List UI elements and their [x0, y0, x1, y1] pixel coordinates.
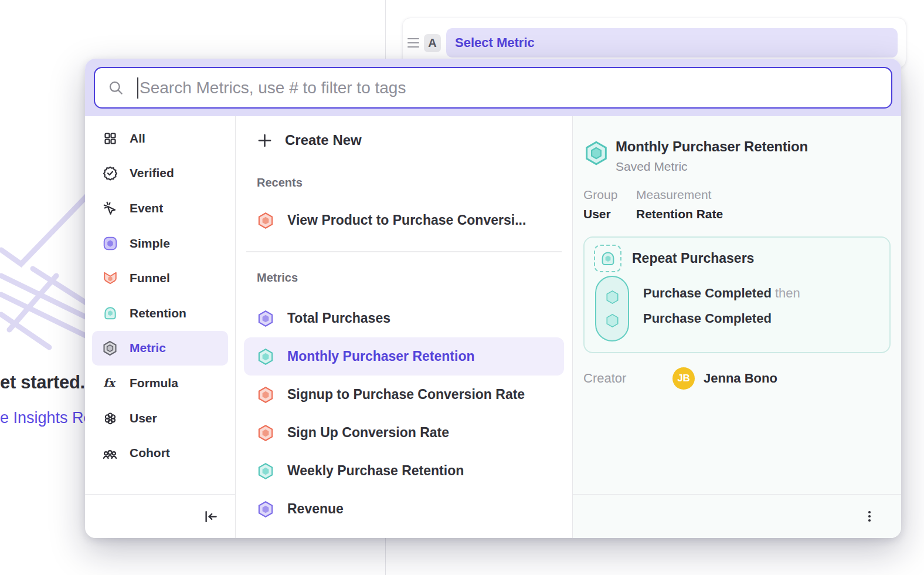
sidebar-item-label: Metric — [130, 341, 166, 355]
creator-avatar: JB — [672, 367, 695, 390]
group-label: Group — [583, 188, 636, 202]
metric-list-item[interactable]: Total Purchases — [244, 299, 564, 337]
orange-metric-icon — [257, 386, 274, 404]
cohort-icon — [102, 445, 118, 461]
sidebar-item-verified[interactable]: Verified — [92, 156, 228, 191]
measurement-label: Measurement — [636, 188, 723, 202]
plus-icon — [257, 133, 273, 148]
behavior-icon — [594, 245, 621, 272]
teal-metric-icon — [257, 348, 274, 366]
series-a-badge[interactable]: A — [424, 34, 441, 52]
collapse-panel-icon[interactable] — [203, 509, 219, 525]
group-value: User — [583, 207, 636, 221]
event-hexagon-icon — [604, 289, 620, 305]
sidebar-item-label: Formula — [130, 376, 178, 390]
metric-item-label: Signup to Purchase Conversion Rate — [287, 387, 525, 402]
create-new-button[interactable]: Create New — [244, 126, 564, 155]
detail-footer — [573, 494, 901, 538]
detail-subtitle: Saved Metric — [616, 160, 808, 174]
list-divider — [246, 251, 562, 252]
sidebar-item-label: Retention — [130, 306, 186, 320]
saved-metric-icon — [583, 140, 609, 167]
measurement-value: Retention Rate — [636, 207, 723, 221]
metric-list-column: Create New Recents View Product to Purch… — [236, 116, 573, 538]
metric-list-item-selected[interactable]: Monthly Purchaser Retention — [244, 337, 564, 376]
sidebar-item-metric[interactable]: Metric — [92, 331, 228, 366]
creator-label: Creator — [583, 371, 672, 386]
behavior-title: Repeat Purchasers — [632, 251, 754, 266]
drag-handle-icon[interactable] — [407, 38, 419, 48]
teal-metric-icon — [257, 462, 274, 480]
formula-icon: fx — [102, 375, 118, 391]
modal-header: Search Metrics, use # to filter to tags — [85, 59, 901, 116]
background-insights-link-fragment[interactable]: e Insights Re — [0, 409, 93, 427]
event-sequence-capsule — [595, 276, 629, 341]
sidebar-item-label: Funnel — [130, 271, 170, 285]
purple-metric-icon — [257, 310, 274, 327]
metric-item-label: Weekly Purchase Retention — [287, 463, 464, 479]
metric-item-label: Revenue — [287, 501, 344, 517]
retention-icon — [102, 305, 118, 321]
metric-item-label: Sign Up Conversion Rate — [287, 425, 449, 441]
background-chart-decoration — [0, 194, 89, 358]
more-options-icon[interactable] — [862, 509, 877, 523]
event-icon — [102, 200, 118, 216]
behavior-step-1: Purchase Completed then — [643, 286, 800, 301]
funnel-metric-icon — [257, 212, 274, 229]
behavior-definition-card: Repeat Purchasers — [583, 236, 891, 353]
user-icon — [102, 410, 118, 426]
search-input[interactable]: Search Metrics, use # to filter to tags — [94, 67, 892, 109]
recent-item[interactable]: View Product to Purchase Conversi... — [244, 201, 564, 239]
verified-icon — [102, 165, 118, 181]
metric-picker-modal: Search Metrics, use # to filter to tags … — [85, 59, 901, 538]
event-hexagon-icon — [604, 313, 620, 329]
behavior-step-2: Purchase Completed — [643, 311, 800, 326]
sidebar-item-cohort[interactable]: Cohort — [92, 435, 228, 471]
sidebar-item-label: Simple — [130, 236, 170, 251]
create-new-label: Create New — [285, 132, 362, 148]
sidebar-item-formula[interactable]: fx Formula — [92, 366, 228, 401]
metric-list-item[interactable]: Revenue — [244, 490, 564, 528]
simple-icon — [102, 235, 118, 251]
filter-sidebar: All Verified — [85, 116, 236, 538]
metric-list-item[interactable]: Sign Up Conversion Rate — [244, 414, 564, 452]
sidebar-footer — [85, 494, 235, 538]
sidebar-item-label: Event — [130, 201, 163, 215]
metric-list-item[interactable]: Weekly Purchase Retention — [244, 452, 564, 490]
metric-item-label: Total Purchases — [287, 310, 390, 326]
search-icon — [108, 80, 124, 96]
sidebar-item-event[interactable]: Event — [92, 191, 228, 226]
grid-icon — [102, 130, 118, 146]
search-placeholder: Search Metrics, use # to filter to tags — [140, 79, 406, 97]
sidebar-item-funnel[interactable]: Funnel — [92, 261, 228, 296]
metric-list-item[interactable]: Signup to Purchase Conversion Rate — [244, 376, 564, 414]
orange-metric-icon — [257, 424, 274, 442]
svg-text:fx: fx — [103, 377, 116, 390]
metrics-header: Metrics — [244, 271, 564, 285]
sidebar-item-all[interactable]: All — [92, 121, 228, 156]
sidebar-item-label: Cohort — [130, 446, 170, 460]
metric-icon — [102, 340, 118, 356]
sidebar-item-retention[interactable]: Retention — [92, 296, 228, 331]
select-metric-button[interactable]: Select Metric — [446, 28, 898, 58]
sidebar-item-simple[interactable]: Simple — [92, 226, 228, 261]
recent-item-label: View Product to Purchase Conversi... — [287, 212, 526, 228]
detail-title: Monthly Purchaser Retention — [616, 138, 808, 155]
sidebar-item-user[interactable]: User — [92, 401, 228, 436]
background-heading-fragment: et started. — [0, 372, 85, 393]
metric-detail-panel: Monthly Purchaser Retention Saved Metric… — [573, 116, 901, 538]
text-cursor — [137, 77, 138, 99]
sidebar-item-label: Verified — [130, 166, 174, 180]
recents-header: Recents — [244, 176, 564, 190]
creator-name: Jenna Bono — [704, 371, 777, 386]
funnel-icon — [102, 270, 118, 286]
sidebar-item-label: User — [130, 411, 157, 425]
purple-metric-icon — [257, 500, 274, 518]
metric-item-label: Monthly Purchaser Retention — [287, 349, 474, 364]
sidebar-item-label: All — [130, 131, 145, 146]
